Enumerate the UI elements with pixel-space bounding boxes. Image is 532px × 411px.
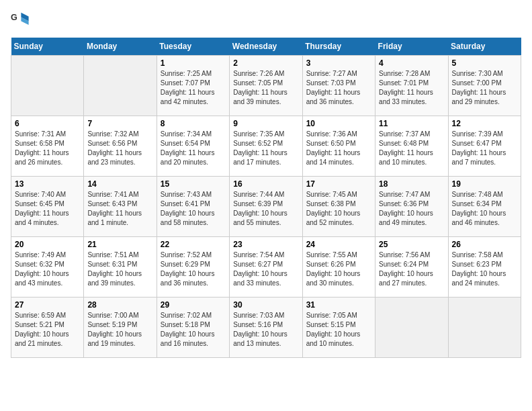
calendar-week-row: 13Sunrise: 7:40 AM Sunset: 6:45 PM Dayli… [11, 177, 521, 237]
day-number: 13 [15, 179, 80, 189]
day-number: 2 [233, 58, 298, 68]
day-info: Sunrise: 7:03 AM Sunset: 5:16 PM Dayligh… [233, 311, 298, 349]
day-info: Sunrise: 7:47 AM Sunset: 6:36 PM Dayligh… [379, 190, 444, 228]
day-number: 18 [379, 179, 444, 189]
calendar-cell: 25Sunrise: 7:56 AM Sunset: 6:24 PM Dayli… [375, 237, 448, 298]
day-info: Sunrise: 7:51 AM Sunset: 6:31 PM Dayligh… [87, 250, 152, 288]
day-number: 9 [233, 119, 298, 128]
calendar-cell: 1Sunrise: 7:25 AM Sunset: 7:07 PM Daylig… [157, 56, 229, 116]
calendar-week-row: 27Sunrise: 6:59 AM Sunset: 5:21 PM Dayli… [11, 298, 521, 358]
calendar-cell: 4Sunrise: 7:28 AM Sunset: 7:01 PM Daylig… [375, 56, 448, 116]
day-number: 26 [452, 240, 517, 249]
day-number: 12 [452, 119, 517, 128]
day-info: Sunrise: 7:48 AM Sunset: 6:34 PM Dayligh… [452, 190, 517, 228]
day-number: 4 [379, 58, 444, 68]
calendar-cell: 20Sunrise: 7:49 AM Sunset: 6:32 PM Dayli… [11, 237, 84, 298]
calendar-cell: 26Sunrise: 7:58 AM Sunset: 6:23 PM Dayli… [448, 237, 521, 298]
calendar-cell: 12Sunrise: 7:39 AM Sunset: 6:47 PM Dayli… [448, 116, 521, 177]
day-number: 22 [161, 240, 226, 249]
day-info: Sunrise: 7:25 AM Sunset: 7:07 PM Dayligh… [161, 69, 226, 107]
calendar-cell: 6Sunrise: 7:31 AM Sunset: 6:58 PM Daylig… [11, 116, 84, 177]
calendar-week-row: 1Sunrise: 7:25 AM Sunset: 7:07 PM Daylig… [11, 56, 521, 116]
calendar-cell: 23Sunrise: 7:54 AM Sunset: 6:27 PM Dayli… [230, 237, 302, 298]
day-number: 15 [161, 179, 226, 189]
day-info: Sunrise: 7:40 AM Sunset: 6:45 PM Dayligh… [15, 190, 80, 228]
day-number: 1 [161, 58, 226, 68]
day-info: Sunrise: 7:55 AM Sunset: 6:26 PM Dayligh… [306, 250, 371, 288]
calendar-cell: 24Sunrise: 7:55 AM Sunset: 6:26 PM Dayli… [302, 237, 375, 298]
day-number: 31 [306, 300, 371, 310]
day-number: 17 [306, 179, 371, 189]
day-info: Sunrise: 7:54 AM Sunset: 6:27 PM Dayligh… [233, 250, 298, 288]
calendar-cell [375, 298, 448, 358]
calendar-cell: 8Sunrise: 7:34 AM Sunset: 6:54 PM Daylig… [157, 116, 229, 177]
calendar-cell: 5Sunrise: 7:30 AM Sunset: 7:00 PM Daylig… [448, 56, 521, 116]
calendar-cell: 29Sunrise: 7:02 AM Sunset: 5:18 PM Dayli… [157, 298, 229, 358]
weekday-header: Thursday [302, 38, 375, 56]
day-info: Sunrise: 7:32 AM Sunset: 6:56 PM Dayligh… [87, 130, 152, 167]
day-info: Sunrise: 7:05 AM Sunset: 5:15 PM Dayligh… [306, 311, 371, 349]
day-info: Sunrise: 7:35 AM Sunset: 6:52 PM Dayligh… [233, 130, 298, 167]
day-info: Sunrise: 7:49 AM Sunset: 6:32 PM Dayligh… [15, 250, 80, 288]
day-info: Sunrise: 7:43 AM Sunset: 6:41 PM Dayligh… [161, 190, 226, 228]
day-number: 21 [87, 240, 152, 249]
calendar-cell: 15Sunrise: 7:43 AM Sunset: 6:41 PM Dayli… [157, 177, 229, 237]
day-number: 27 [15, 300, 80, 310]
day-number: 28 [87, 300, 152, 310]
calendar-cell: 27Sunrise: 6:59 AM Sunset: 5:21 PM Dayli… [11, 298, 84, 358]
day-number: 24 [306, 240, 371, 249]
calendar-cell: 3Sunrise: 7:27 AM Sunset: 7:03 PM Daylig… [302, 56, 375, 116]
day-number: 5 [452, 58, 517, 68]
calendar-week-row: 20Sunrise: 7:49 AM Sunset: 6:32 PM Dayli… [11, 237, 521, 298]
day-info: Sunrise: 7:00 AM Sunset: 5:19 PM Dayligh… [87, 311, 152, 349]
calendar-cell [448, 298, 521, 358]
day-number: 29 [161, 300, 226, 310]
day-info: Sunrise: 7:27 AM Sunset: 7:03 PM Dayligh… [306, 69, 371, 107]
day-info: Sunrise: 7:28 AM Sunset: 7:01 PM Dayligh… [379, 69, 444, 107]
day-number: 8 [161, 119, 226, 128]
day-number: 16 [233, 179, 298, 189]
day-info: Sunrise: 7:02 AM Sunset: 5:18 PM Dayligh… [161, 311, 226, 349]
day-number: 6 [15, 119, 80, 128]
day-info: Sunrise: 7:44 AM Sunset: 6:39 PM Dayligh… [233, 190, 298, 228]
day-info: Sunrise: 7:41 AM Sunset: 6:43 PM Dayligh… [87, 190, 152, 228]
calendar-cell: 7Sunrise: 7:32 AM Sunset: 6:56 PM Daylig… [84, 116, 157, 177]
day-info: Sunrise: 7:36 AM Sunset: 6:50 PM Dayligh… [306, 130, 371, 167]
day-info: Sunrise: 7:26 AM Sunset: 7:05 PM Dayligh… [233, 69, 298, 107]
day-number: 14 [87, 179, 152, 189]
calendar-cell: 13Sunrise: 7:40 AM Sunset: 6:45 PM Dayli… [11, 177, 84, 237]
calendar-cell: 18Sunrise: 7:47 AM Sunset: 6:36 PM Dayli… [375, 177, 448, 237]
day-number: 23 [233, 240, 298, 249]
weekday-header: Sunday [11, 38, 84, 56]
calendar-cell: 22Sunrise: 7:52 AM Sunset: 6:29 PM Dayli… [157, 237, 229, 298]
day-number: 20 [15, 240, 80, 249]
weekday-header: Tuesday [157, 38, 229, 56]
day-info: Sunrise: 7:39 AM Sunset: 6:47 PM Dayligh… [452, 130, 517, 167]
calendar-cell: 16Sunrise: 7:44 AM Sunset: 6:39 PM Dayli… [230, 177, 302, 237]
day-number: 11 [379, 119, 444, 128]
weekday-header: Saturday [448, 38, 521, 56]
day-info: Sunrise: 7:56 AM Sunset: 6:24 PM Dayligh… [379, 250, 444, 288]
calendar-cell [11, 56, 84, 116]
day-number: 19 [452, 179, 517, 189]
calendar-cell: 28Sunrise: 7:00 AM Sunset: 5:19 PM Dayli… [84, 298, 157, 358]
calendar-cell: 10Sunrise: 7:36 AM Sunset: 6:50 PM Dayli… [302, 116, 375, 177]
day-number: 3 [306, 58, 371, 68]
calendar-week-row: 6Sunrise: 7:31 AM Sunset: 6:58 PM Daylig… [11, 116, 521, 177]
calendar-cell [84, 56, 157, 116]
day-number: 10 [306, 119, 371, 128]
day-info: Sunrise: 7:52 AM Sunset: 6:29 PM Dayligh… [161, 250, 226, 288]
weekday-header-row: SundayMondayTuesdayWednesdayThursdayFrid… [11, 38, 521, 56]
day-info: Sunrise: 7:30 AM Sunset: 7:00 PM Dayligh… [452, 69, 517, 107]
page-header: G [11, 11, 521, 30]
day-info: Sunrise: 7:45 AM Sunset: 6:38 PM Dayligh… [306, 190, 371, 228]
calendar-cell: 21Sunrise: 7:51 AM Sunset: 6:31 PM Dayli… [84, 237, 157, 298]
day-info: Sunrise: 7:58 AM Sunset: 6:23 PM Dayligh… [452, 250, 517, 288]
day-info: Sunrise: 7:37 AM Sunset: 6:48 PM Dayligh… [379, 130, 444, 167]
svg-text:G: G [11, 13, 17, 22]
calendar-cell: 11Sunrise: 7:37 AM Sunset: 6:48 PM Dayli… [375, 116, 448, 177]
calendar-cell: 19Sunrise: 7:48 AM Sunset: 6:34 PM Dayli… [448, 177, 521, 237]
day-number: 30 [233, 300, 298, 310]
weekday-header: Friday [375, 38, 448, 56]
logo: G [11, 11, 32, 30]
